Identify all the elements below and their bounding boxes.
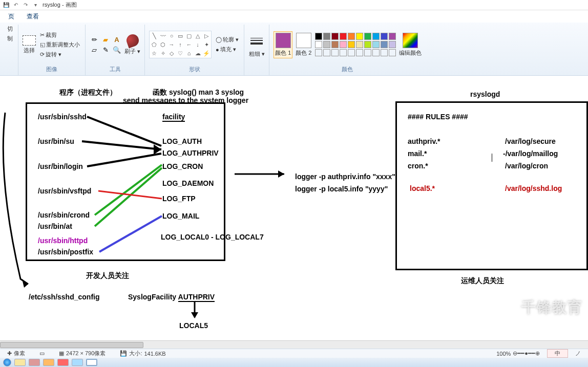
prog-0: /usr/sbin/sshd [38, 113, 87, 121]
task-app3[interactable] [57, 359, 69, 366]
ops-note: 运维人员关注 [461, 276, 504, 286]
sshd-config: /etc/ssh/sshd_config [29, 293, 99, 301]
edit-colors-icon [403, 33, 418, 48]
text-icon[interactable]: A [112, 35, 121, 44]
status-zoom[interactable]: 100% ⊖━━●━━⊕ [489, 350, 547, 357]
select-icon [23, 35, 36, 46]
window-titlebar: 💾 ↶ ↷ ▾ rsyslog - 画图 [0, 0, 588, 10]
canvas-content[interactable]: 程序（进程文件） 函数 syslog() man 3 syslog send m… [0, 77, 588, 336]
dev-note: 开发人员关注 [86, 271, 129, 280]
svg-marker-11 [191, 312, 198, 318]
group-image: 选择 ✂ 裁剪 ◱ 重新调整大小 ⟳ 旋转 ▾ 图像 [18, 25, 86, 75]
qat-dropdown-icon[interactable]: ▾ [31, 1, 39, 9]
task-app4[interactable] [72, 359, 83, 366]
logger1: logger -p authpriv.info "xxxx" [295, 172, 395, 181]
pencil-icon[interactable]: ✏ [90, 35, 99, 44]
magnifier-icon[interactable]: 🔍 [112, 45, 121, 54]
status-ime2[interactable]: ノ [568, 350, 588, 357]
canvas-area[interactable]: 程序（进程文件） 函数 syslog() man 3 syslog send m… [0, 77, 588, 336]
logger2: logger -p local5.info "yyyy" [295, 185, 388, 193]
picker-icon[interactable]: ✎ [101, 45, 110, 54]
status-selection: ▭ [32, 350, 52, 357]
edit-colors-button[interactable]: 编辑颜色 [399, 33, 422, 57]
brush-button[interactable]: 刷子 ▾ [124, 34, 140, 55]
group-shapes: ╲〰○▭▢△▷ ⬠⬡→↑←↓✦ ☆✧◇♡⌂☁⚡ ◯ 轮廓 ▾ ● 填充 ▾ 形状 [145, 25, 244, 75]
shapes-gallery[interactable]: ╲〰○▭▢△▷ ⬠⬡→↑←↓✦ ☆✧◇♡⌂☁⚡ [149, 31, 212, 58]
color1-swatch [276, 33, 291, 48]
color-palette[interactable] [315, 33, 396, 56]
fac-3: LOG_DAEMON [162, 179, 214, 187]
tab-home[interactable]: 页 [2, 10, 20, 23]
fac-6: LOG_LOCAL0 - LOG_LOCAL7 [161, 233, 264, 241]
r3v: /var/log/cron [505, 162, 548, 170]
ribbon: 切 制 选择 ✂ 裁剪 ◱ 重新调整大小 ⟳ 旋转 ▾ 图像 ✏ ▰ [0, 23, 588, 76]
group-tools: ✏ ▰ A ▱ ✎ 🔍 刷子 ▾ 工具 [86, 25, 145, 75]
cut-button[interactable]: 切 [6, 25, 14, 33]
scroll-thumb[interactable] [0, 342, 143, 348]
rules-header: #### RULES #### [408, 113, 468, 121]
prog-1: /usr/bin/su [38, 137, 74, 145]
prog-7: /usr/sbin/postfix [38, 248, 93, 256]
thickness-button[interactable]: 粗细 ▾ [248, 33, 265, 58]
outline-button[interactable]: ◯ 轮廓 ▾ [215, 35, 240, 44]
eraser-icon[interactable]: ▱ [90, 45, 99, 54]
save-icon[interactable]: 💾 [2, 1, 10, 9]
redo-icon[interactable]: ↷ [22, 1, 30, 9]
r4k: local5.* [410, 184, 435, 192]
svg-marker-10 [278, 170, 284, 178]
thickness-icon [248, 33, 265, 49]
facility-header: facility [162, 113, 185, 122]
r2k: mail.* [408, 149, 427, 158]
prog-6: /usr/sbin/httpd [38, 236, 88, 245]
prog-2: /usr/bin/login [38, 162, 83, 170]
group-clipboard: 切 制 [2, 25, 18, 75]
task-paint[interactable] [86, 359, 97, 366]
task-app1[interactable] [29, 359, 40, 366]
title-programs: 程序（进程文件） [59, 88, 117, 97]
tab-view[interactable]: 查看 [20, 10, 45, 23]
task-explorer[interactable] [14, 359, 26, 366]
color1-button[interactable]: 颜色 1 [274, 31, 292, 58]
status-ime[interactable]: 中 [547, 349, 568, 358]
watermark-logo-icon [501, 299, 518, 316]
group-shapes-label: 形状 [189, 64, 200, 75]
rotate-button[interactable]: ⟳ 旋转 ▾ [39, 50, 81, 59]
fill-icon[interactable]: ▰ [101, 35, 110, 44]
fac-1: LOG_AUTHPRIV [162, 149, 219, 157]
text-cursor [492, 154, 492, 162]
status-size: 💾 大小: 141.6KB [113, 350, 173, 357]
svg-marker-0 [22, 279, 28, 288]
select-button[interactable]: 选择 [23, 35, 36, 54]
prog-3: /usr/sbin/vsftpd [38, 187, 91, 195]
fac-5: LOG_MAIL [162, 212, 199, 220]
task-app2[interactable] [43, 359, 54, 366]
r1v: /var/log/secure [505, 137, 556, 145]
r3k: cron.* [408, 162, 428, 170]
watermark: 千锋教育 [501, 298, 583, 317]
group-colors: 颜色 1 颜色 2 编辑颜色 颜色 [269, 25, 425, 75]
resize-button[interactable]: ◱ 重新调整大小 [39, 40, 81, 49]
crop-button[interactable]: ✂ 裁剪 [39, 31, 81, 39]
taskbar [0, 358, 588, 367]
status-cursor: ✚ 像素 [0, 350, 32, 357]
r2v: -/var/log/maillog [503, 149, 558, 158]
fac-2: LOG_CRON [162, 162, 203, 170]
start-button[interactable] [3, 358, 11, 366]
title-rsyslogd: rsyslogd [470, 90, 500, 98]
local5-label: LOCAL5 [179, 321, 208, 330]
ribbon-tabs: 页 查看 [0, 10, 588, 23]
r4v: /var/log/sshd.log [505, 184, 562, 192]
status-bar: ✚ 像素 ▭ ▦ 2472 × 790像素 💾 大小: 141.6KB 100%… [0, 349, 588, 358]
prog-5: /usr/bin/at [38, 222, 72, 230]
brush-icon [124, 32, 140, 48]
fill-shape-button[interactable]: ● 填充 ▾ [215, 45, 240, 54]
horizontal-scrollbar[interactable] [0, 340, 588, 349]
color2-button[interactable]: 颜色 2 [296, 33, 311, 57]
group-colors-label: 颜色 [342, 64, 353, 75]
copy-button[interactable]: 制 [6, 34, 14, 43]
group-tools-label: 工具 [110, 64, 121, 75]
group-thickness: 粗细 ▾ [244, 25, 269, 75]
undo-icon[interactable]: ↶ [12, 1, 20, 9]
group-image-label: 图像 [46, 64, 57, 75]
fac-0: LOG_AUTH [162, 137, 202, 145]
